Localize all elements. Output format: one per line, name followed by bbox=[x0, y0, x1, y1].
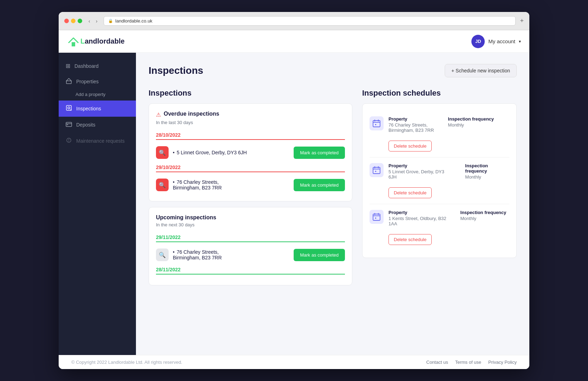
sidebar-item-maintenance[interactable]: Maintenance requests bbox=[59, 133, 136, 149]
top-nav: Landlordable JD My account ▾ bbox=[59, 30, 529, 53]
schedule-item-3: Property 1 Kents Street, Oldbury, B321AA… bbox=[370, 204, 509, 251]
back-button[interactable]: ‹ bbox=[86, 18, 92, 25]
schedule-freq-label-3: Inspection frequency bbox=[460, 210, 507, 215]
schedule-freq-val-3: Monthly bbox=[460, 216, 507, 221]
address-bar[interactable]: 🔒 landlordable.co.uk bbox=[104, 16, 516, 26]
forward-button[interactable]: › bbox=[94, 18, 100, 25]
upcoming-date-2: 28/11/2022 bbox=[156, 264, 345, 275]
close-button[interactable] bbox=[64, 19, 69, 23]
chevron-down-icon: ▾ bbox=[519, 39, 521, 44]
schedule-address-1: 76 Charley Streets,Birmingham, B23 7RR bbox=[388, 122, 434, 133]
sidebar-item-inspections[interactable]: Inspections bbox=[59, 101, 136, 117]
inspection-search-icon-1: 🔍 bbox=[156, 146, 169, 159]
footer-privacy-link[interactable]: Privacy Policy bbox=[488, 360, 517, 365]
upcoming-card-title: Upcoming inspections bbox=[156, 214, 345, 221]
mark-completed-button-3[interactable]: Mark as completed bbox=[294, 249, 345, 261]
schedule-property-3: Property 1 Kents Street, Oldbury, B321AA bbox=[388, 210, 446, 230]
schedule-info-1: Property 76 Charley Streets,Birmingham, … bbox=[388, 116, 509, 151]
schedule-freq-label-1: Inspection frequency bbox=[448, 116, 494, 122]
svg-point-3 bbox=[68, 107, 70, 109]
mark-completed-button-1[interactable]: Mark as completed bbox=[294, 147, 345, 159]
overdue-card-subtitle: In the last 30 days bbox=[156, 120, 345, 125]
main-area: ⊞ Dashboard Properties Add a property bbox=[59, 53, 529, 355]
delete-schedule-button-3[interactable]: Delete schedule bbox=[388, 234, 432, 245]
sidebar-label-inspections: Inspections bbox=[76, 106, 101, 111]
footer: © Copyright 2022 Landlordable Ltd. All r… bbox=[59, 355, 529, 369]
upcoming-row-1: 🔍 •76 Charley Streets,Birmingham, B23 7R… bbox=[156, 246, 345, 264]
copyright-text: © Copyright 2022 Landlordable Ltd. All r… bbox=[71, 360, 182, 365]
mark-completed-button-2[interactable]: Mark as completed bbox=[294, 179, 345, 191]
footer-contact-link[interactable]: Contact us bbox=[426, 360, 448, 365]
logo-icon bbox=[67, 35, 80, 48]
upcoming-date-1: 29/11/2022 bbox=[156, 232, 345, 242]
svg-rect-5 bbox=[66, 122, 72, 127]
account-area[interactable]: JD My account ▾ bbox=[471, 35, 521, 48]
maximize-button[interactable] bbox=[78, 19, 82, 23]
schedule-new-inspection-button[interactable]: + Schedule new inspection bbox=[445, 64, 517, 77]
schedule-item-1: Property 76 Charley Streets,Birmingham, … bbox=[370, 111, 509, 157]
bullet-1: • bbox=[173, 150, 175, 155]
footer-links: Contact us Terms of use Privacy Policy bbox=[426, 360, 517, 365]
schedule-freq-val-1: Monthly bbox=[448, 122, 494, 128]
inspections-icon bbox=[66, 105, 72, 112]
footer-terms-link[interactable]: Terms of use bbox=[455, 360, 481, 365]
overdue-date-1: 28/10/2022 bbox=[156, 129, 345, 140]
bullet-2: • bbox=[173, 179, 175, 185]
sidebar-label-properties: Properties bbox=[76, 79, 99, 84]
schedule-calendar-icon-2 bbox=[370, 163, 384, 177]
deposits-icon bbox=[66, 121, 72, 129]
delete-schedule-button-1[interactable]: Delete schedule bbox=[388, 141, 432, 151]
svg-rect-0 bbox=[72, 42, 75, 46]
page-header: Inspections + Schedule new inspection bbox=[149, 64, 517, 77]
schedule-freq-2: Inspection frequency Monthly bbox=[465, 163, 509, 183]
schedule-property-2: Property 5 Linnet Grove, Derby, DY3 6JH bbox=[388, 163, 451, 183]
sidebar-label-dashboard: Dashboard bbox=[74, 63, 99, 69]
upcoming-address-1: •76 Charley Streets,Birmingham, B23 7RR bbox=[173, 249, 289, 260]
schedule-address-2: 5 Linnet Grove, Derby, DY3 6JH bbox=[388, 169, 451, 180]
account-label: My account bbox=[488, 38, 515, 44]
url-text: landlordable.co.uk bbox=[115, 18, 152, 24]
sidebar-item-deposits[interactable]: Deposits bbox=[59, 117, 136, 133]
overdue-card-title: Overdue inspections bbox=[164, 111, 219, 117]
inspections-section-title: Inspections bbox=[149, 89, 352, 98]
inspection-row-2: 🔍 •76 Charley Streets,Birmingham, B23 7R… bbox=[156, 176, 345, 194]
nav-arrows: ‹ › bbox=[86, 18, 99, 25]
schedule-freq-label-2: Inspection frequency bbox=[465, 163, 509, 174]
sidebar-label-maintenance: Maintenance requests bbox=[76, 138, 125, 144]
svg-rect-7 bbox=[67, 124, 68, 125]
schedule-prop-label-2: Property bbox=[388, 163, 451, 168]
delete-schedule-button-2[interactable]: Delete schedule bbox=[388, 187, 432, 198]
maintenance-icon bbox=[66, 137, 72, 145]
overdue-warning-icon: ⚠ bbox=[156, 111, 161, 118]
schedule-info-2: Property 5 Linnet Grove, Derby, DY3 6JH … bbox=[388, 163, 509, 198]
schedule-freq-1: Inspection frequency Monthly bbox=[448, 116, 494, 136]
schedule-property-1: Property 76 Charley Streets,Birmingham, … bbox=[388, 116, 434, 136]
new-tab-button[interactable]: + bbox=[520, 17, 524, 25]
dashboard-icon: ⊞ bbox=[66, 63, 70, 69]
minimize-button[interactable] bbox=[71, 19, 76, 23]
sidebar-item-add-property[interactable]: Add a property bbox=[59, 90, 136, 101]
overdue-inspections-card: ⚠ Overdue inspections In the last 30 day… bbox=[149, 103, 352, 201]
browser-chrome: ‹ › 🔒 landlordable.co.uk + bbox=[59, 12, 529, 30]
upcoming-bullet-1: • bbox=[173, 249, 175, 255]
schedule-prop-label-3: Property bbox=[388, 210, 446, 215]
schedule-calendar-icon-3 bbox=[370, 210, 384, 224]
sidebar-item-properties[interactable]: Properties bbox=[59, 73, 136, 90]
logo-text: Landlordable bbox=[80, 37, 125, 45]
sidebar-item-dashboard[interactable]: ⊞ Dashboard bbox=[59, 58, 136, 73]
svg-rect-21 bbox=[373, 214, 380, 220]
svg-rect-15 bbox=[375, 124, 376, 125]
page-content: Inspections + Schedule new inspection In… bbox=[136, 53, 529, 355]
inspection-address-1: •5 Linnet Grove, Derby, DY3 6JH bbox=[173, 150, 289, 155]
inspection-row-1: 🔍 •5 Linnet Grove, Derby, DY3 6JH Mark a… bbox=[156, 143, 345, 162]
inspections-column: Inspections ⚠ Overdue inspections In the… bbox=[149, 89, 352, 291]
overdue-date-2: 29/10/2022 bbox=[156, 162, 345, 172]
schedule-address-3: 1 Kents Street, Oldbury, B321AA bbox=[388, 216, 446, 226]
upcoming-search-icon-1: 🔍 bbox=[156, 248, 169, 261]
add-property-label: Add a property bbox=[76, 92, 105, 97]
logo[interactable]: Landlordable bbox=[67, 35, 125, 48]
avatar: JD bbox=[471, 35, 485, 48]
svg-rect-11 bbox=[373, 121, 380, 127]
app: Landlordable JD My account ▾ ⊞ Dashboard bbox=[59, 30, 529, 369]
schedule-freq-val-2: Monthly bbox=[465, 174, 509, 180]
